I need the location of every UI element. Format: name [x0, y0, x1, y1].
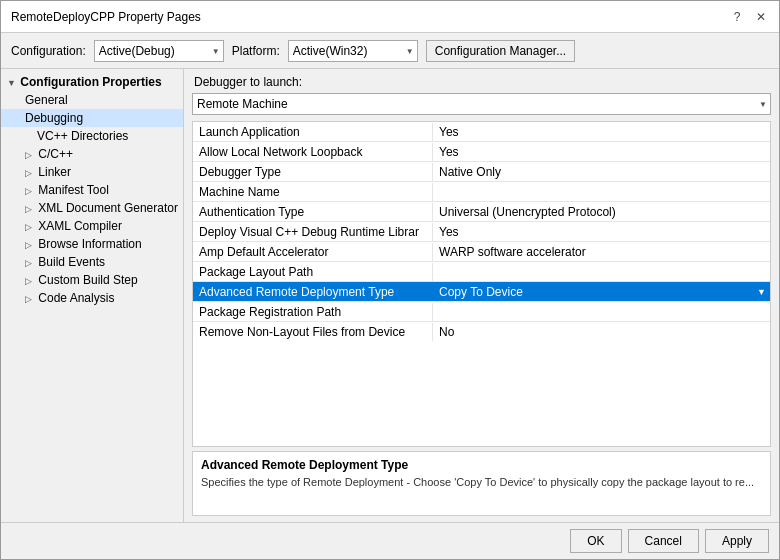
sidebar-item-linker[interactable]: ▷ Linker: [1, 163, 183, 181]
cancel-button[interactable]: Cancel: [628, 529, 699, 553]
title-controls: ? ✕: [729, 9, 769, 25]
cpp-arrow: ▷: [25, 150, 35, 160]
prop-name-pkg-reg: Package Registration Path: [193, 303, 433, 321]
bottom-buttons: OK Cancel Apply: [1, 522, 779, 559]
prop-name-amp: Amp Default Accelerator: [193, 243, 433, 261]
prop-name-auth-type: Authentication Type: [193, 203, 433, 221]
prop-value-loopback: Yes: [433, 143, 770, 161]
prop-value-remove-non-layout: No: [433, 323, 770, 341]
custom-build-arrow: ▷: [25, 276, 35, 286]
prop-row-package-layout[interactable]: Package Layout Path: [193, 262, 770, 282]
debugger-label: Debugger to launch:: [184, 69, 779, 93]
linker-arrow: ▷: [25, 168, 35, 178]
prop-row-launch[interactable]: Launch Application Yes: [193, 122, 770, 142]
sidebar-item-browse[interactable]: ▷ Browse Information: [1, 235, 183, 253]
help-button[interactable]: ?: [729, 9, 745, 25]
sidebar: ▼ Configuration Properties General Debug…: [1, 69, 184, 522]
title-bar: RemoteDeployCPP Property Pages ? ✕: [1, 1, 779, 33]
build-events-arrow: ▷: [25, 258, 35, 268]
platform-select[interactable]: Active(Win32): [288, 40, 418, 62]
sidebar-item-custom-build[interactable]: ▷ Custom Build Step: [1, 271, 183, 289]
prop-row-auth-type[interactable]: Authentication Type Universal (Unencrypt…: [193, 202, 770, 222]
window-title: RemoteDeployCPP Property Pages: [11, 10, 201, 24]
prop-value-launch: Yes: [433, 123, 770, 141]
prop-row-pkg-reg[interactable]: Package Registration Path: [193, 302, 770, 322]
sidebar-item-general[interactable]: General: [1, 91, 183, 109]
prop-value-debugger-type: Native Only: [433, 163, 770, 181]
prop-name-remove-non-layout: Remove Non-Layout Files from Device: [193, 323, 433, 341]
prop-value-amp: WARP software accelerator: [433, 243, 770, 261]
xml-arrow: ▷: [25, 204, 35, 214]
browse-arrow: ▷: [25, 240, 35, 250]
prop-name-debugger-type: Debugger Type: [193, 163, 433, 181]
xaml-arrow: ▷: [25, 222, 35, 232]
config-manager-button[interactable]: Configuration Manager...: [426, 40, 575, 62]
debugger-select[interactable]: Remote Machine: [192, 93, 771, 115]
ok-button[interactable]: OK: [570, 529, 621, 553]
property-pages-window: RemoteDeployCPP Property Pages ? ✕ Confi…: [0, 0, 780, 560]
prop-value-auth-type: Universal (Unencrypted Protocol): [433, 203, 770, 221]
right-panel: Debugger to launch: Remote Machine ▼ Lau…: [184, 69, 779, 522]
sidebar-item-xml[interactable]: ▷ XML Document Generator: [1, 199, 183, 217]
sidebar-item-vc-directories[interactable]: VC++ Directories: [1, 127, 183, 145]
prop-row-debugger-type[interactable]: Debugger Type Native Only: [193, 162, 770, 182]
config-label: Configuration:: [11, 44, 86, 58]
prop-name-launch: Launch Application: [193, 123, 433, 141]
platform-label: Platform:: [232, 44, 280, 58]
deploy-type-arrow: ▼: [757, 287, 770, 297]
config-bar: Configuration: Active(Debug) ▼ Platform:…: [1, 33, 779, 69]
config-select-wrapper: Active(Debug) ▼: [94, 40, 224, 62]
close-button[interactable]: ✕: [753, 9, 769, 25]
prop-value-package-layout: [433, 270, 770, 274]
debugger-dropdown-bar: Remote Machine ▼: [192, 93, 771, 115]
prop-value-machine-name: [433, 190, 770, 194]
prop-value-deploy-type: Copy To Device: [433, 283, 757, 301]
prop-row-amp[interactable]: Amp Default Accelerator WARP software ac…: [193, 242, 770, 262]
sidebar-item-build-events[interactable]: ▷ Build Events: [1, 253, 183, 271]
apply-button[interactable]: Apply: [705, 529, 769, 553]
platform-select-wrapper: Active(Win32) ▼: [288, 40, 418, 62]
prop-row-loopback[interactable]: Allow Local Network Loopback Yes: [193, 142, 770, 162]
configuration-select[interactable]: Active(Debug): [94, 40, 224, 62]
prop-value-pkg-reg: [433, 310, 770, 314]
properties-table: Launch Application Yes Allow Local Netwo…: [192, 121, 771, 447]
sidebar-item-debugging[interactable]: Debugging: [1, 109, 183, 127]
sidebar-item-cpp[interactable]: ▷ C/C++: [1, 145, 183, 163]
code-analysis-arrow: ▷: [25, 294, 35, 304]
manifest-arrow: ▷: [25, 186, 35, 196]
sidebar-item-manifest[interactable]: ▷ Manifest Tool: [1, 181, 183, 199]
prop-value-deploy-runtime: Yes: [433, 223, 770, 241]
prop-row-machine-name[interactable]: Machine Name: [193, 182, 770, 202]
prop-name-loopback: Allow Local Network Loopback: [193, 143, 433, 161]
main-content: ▼ Configuration Properties General Debug…: [1, 69, 779, 522]
section-expand-arrow: ▼: [7, 78, 17, 88]
sidebar-item-xaml[interactable]: ▷ XAML Compiler: [1, 217, 183, 235]
sidebar-section-config[interactable]: ▼ Configuration Properties: [1, 73, 183, 91]
prop-name-machine-name: Machine Name: [193, 183, 433, 201]
prop-row-remove-non-layout[interactable]: Remove Non-Layout Files from Device No: [193, 322, 770, 342]
prop-name-package-layout: Package Layout Path: [193, 263, 433, 281]
prop-row-deploy-runtime[interactable]: Deploy Visual C++ Debug Runtime Librar Y…: [193, 222, 770, 242]
prop-name-deploy-type: Advanced Remote Deployment Type: [193, 283, 433, 301]
sidebar-item-code-analysis[interactable]: ▷ Code Analysis: [1, 289, 183, 307]
prop-row-deploy-type[interactable]: Advanced Remote Deployment Type Copy To …: [193, 282, 770, 302]
description-panel: Advanced Remote Deployment Type Specifie…: [192, 451, 771, 516]
description-text: Specifies the type of Remote Deployment …: [201, 475, 762, 490]
description-title: Advanced Remote Deployment Type: [201, 458, 762, 472]
prop-name-deploy-runtime: Deploy Visual C++ Debug Runtime Librar: [193, 223, 433, 241]
